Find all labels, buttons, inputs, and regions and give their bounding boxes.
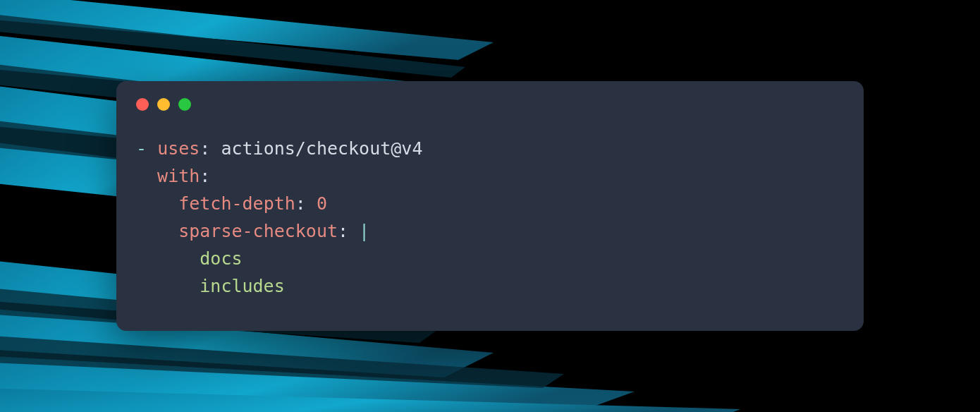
yaml-value-action: actions/checkout@v4: [210, 138, 422, 159]
maximize-icon[interactable]: [178, 98, 191, 111]
code-content: - uses: actions/checkout@v4 with: fetch-…: [136, 135, 844, 300]
yaml-key-fetch-depth: fetch-depth: [178, 193, 295, 214]
close-icon[interactable]: [136, 98, 149, 111]
yaml-colon: :: [200, 138, 210, 159]
yaml-key-sparse-checkout: sparse-checkout: [178, 221, 338, 241]
minimize-icon[interactable]: [157, 98, 170, 111]
yaml-number: 0: [306, 193, 327, 214]
yaml-colon: :: [338, 221, 348, 241]
terminal-window: - uses: actions/checkout@v4 with: fetch-…: [116, 81, 864, 331]
window-controls: [136, 98, 844, 111]
yaml-key-uses: uses: [157, 138, 200, 159]
yaml-string-docs: docs: [200, 248, 242, 269]
yaml-colon: :: [295, 193, 306, 214]
yaml-dash: -: [136, 138, 147, 159]
yaml-string-includes: includes: [200, 276, 284, 296]
yaml-pipe: |: [348, 221, 369, 241]
yaml-colon: :: [200, 166, 210, 186]
yaml-key-with: with: [157, 166, 200, 186]
